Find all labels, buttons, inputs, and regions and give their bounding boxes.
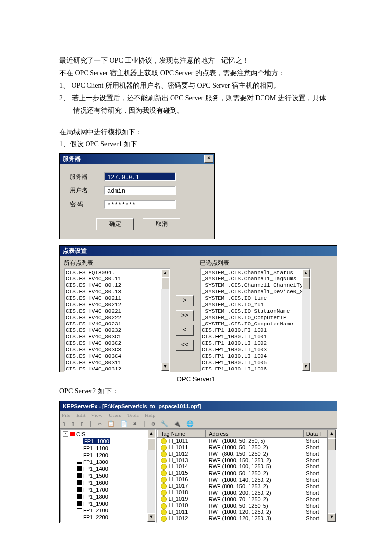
all-points-label: 所有点列表 [64, 259, 170, 268]
tree-device[interactable]: FP1_1600 [63, 479, 155, 486]
list-item[interactable]: CIS.ES.HV4C_80311 [66, 360, 169, 366]
table-row[interactable]: LI_1010RWF (1000, 50, 1250, 5)Short [158, 502, 336, 509]
list-item[interactable]: _SYSTEM_.CIS.Channel1_Device0_Status [202, 289, 310, 295]
list-item[interactable]: _SYSTEM_.CIS.Channel1_TagNums [202, 276, 310, 282]
scrollbar[interactable]: ▲▼ [161, 269, 169, 371]
list-item[interactable]: CIS.FP1_1030.LI_1002 [202, 340, 310, 347]
list-item[interactable]: CIS.ES.FQI8094. [66, 270, 169, 276]
device-icon [77, 439, 82, 444]
move-right-button[interactable]: > [176, 295, 194, 306]
selected-points-listbox[interactable]: _SYSTEM_.CIS.Channel1_Status_SYSTEM_.CIS… [200, 268, 311, 372]
menu-item[interactable]: Tools [127, 412, 139, 418]
list-item[interactable]: CIS.ES.HV4C_80312 [66, 366, 169, 372]
titlebar: KEPServerEx - [F:\KepServer\cis_to_pspac… [60, 401, 337, 411]
list-item[interactable]: _SYSTEM_.CIS.Channel1_ChannelType [202, 282, 310, 289]
table-row[interactable]: LI_1011RWF (1000, 120, 1250, 2)Short [158, 509, 336, 515]
paragraph: 在局域网中进行模拟如下： [59, 126, 333, 138]
table-row[interactable]: LI_1015RWF (1000, 50, 1250, 2)Short [158, 470, 336, 476]
tree-device[interactable]: FP1_1900 [63, 500, 155, 507]
list-item[interactable]: CIS.ES.HV4C_80212 [66, 302, 169, 308]
list-item[interactable]: CIS.FP1_1030.LI_1006 [202, 366, 310, 372]
device-icon [77, 522, 82, 523]
tree-device[interactable]: FP1_1700 [63, 486, 155, 493]
device-tree[interactable]: -CISFP1_1000FP1_1100FP1_1200FP1_1300FP1_… [60, 429, 156, 523]
move-left-button[interactable]: < [176, 325, 194, 336]
scrollbar[interactable]: ▲▼ [327, 430, 336, 522]
tree-device[interactable]: FP1_1000 [63, 438, 155, 445]
tag-table[interactable]: Tag Name Address Data T FI_1011RWF (1000… [156, 429, 337, 523]
tag-icon [161, 516, 167, 522]
list-item[interactable]: CIS.ES.HV4C_80.12 [66, 282, 169, 289]
cancel-button[interactable]: 取消 [143, 218, 180, 230]
table-row[interactable]: LI_1012RWF (1000, 120, 1250, 3)Short [158, 515, 336, 522]
list-item[interactable]: CIS.ES.HV4C_803C2 [66, 340, 169, 347]
paragraph: 不在 OPC Server 宿主机器上获取 OPC Server 的点表，需要注… [59, 67, 333, 79]
list-item[interactable]: CIS.FP1_1030.LI_1001 [202, 334, 310, 340]
col-tagname[interactable]: Tag Name [158, 430, 206, 437]
ok-button[interactable]: 确定 [96, 218, 134, 230]
list-item[interactable]: CIS.ES.HV4C_803C4 [66, 353, 169, 360]
menu-item[interactable]: File [62, 412, 70, 418]
list-item[interactable]: _SYSTEM_.CIS.IO_time [202, 295, 310, 302]
table-row[interactable]: LI_1012RWF (800, 150, 1250, 2)Short [158, 451, 336, 457]
close-icon[interactable]: × [204, 155, 213, 163]
tree-device[interactable]: FP1_1100 [63, 445, 155, 452]
list-item[interactable]: CIS.ES.HV4C_80211 [66, 295, 169, 302]
tree-channel[interactable]: -CIS [63, 431, 155, 438]
list-item[interactable]: CIS.ES.HV4C_80.11 [66, 276, 169, 282]
list-item[interactable]: CIS.ES.HV4C_803C1 [66, 334, 169, 340]
tree-device[interactable]: FP1_1800 [63, 493, 155, 500]
table-row[interactable]: LI_1014RWF (1000, 100, 1250, 5)Short [158, 463, 336, 470]
list-item[interactable]: _SYSTEM_.CIS.Channel1_Status [202, 270, 310, 276]
server-input[interactable]: 127.0.0.1 [104, 172, 176, 181]
table-row[interactable]: LI_1013RWF (1000, 150, 1250, 2)Short [158, 457, 336, 463]
list-item[interactable]: CIS.FP1_1030.FI_1001 [202, 327, 310, 334]
table-row[interactable]: LI_1016RWF (1000, 140, 1250, 2)Short [158, 476, 336, 483]
username-input[interactable]: admin [104, 186, 176, 195]
server-label: 服务器 [70, 173, 104, 181]
list-item[interactable]: CIS.ES.HV4C_80222 [66, 315, 169, 321]
list-item[interactable]: CIS.ES.HV4C_80.13 [66, 289, 169, 295]
list-item[interactable]: _SYSTEM_.CIS.IO_ComputerName [202, 321, 310, 327]
move-all-right-button[interactable]: >> [176, 310, 194, 321]
tree-device[interactable]: FP1_1200 [63, 452, 155, 459]
list-item[interactable]: CIS.ES.HV4C_80232 [66, 327, 169, 334]
list-item[interactable]: _SYSTEM_.CIS.IO_run [202, 302, 310, 308]
scrollbar[interactable]: ▲▼ [302, 269, 310, 371]
pointlist-dialog: 点表设置 所有点列表 CIS.ES.FQI8094.CIS.ES.HV4C_80… [59, 245, 337, 372]
all-points-listbox[interactable]: CIS.ES.FQI8094.CIS.ES.HV4C_80.11CIS.ES.H… [64, 268, 170, 372]
list-item[interactable]: _SYSTEM_.CIS.IO_StationName [202, 308, 310, 315]
menu-item[interactable]: Edit [76, 412, 85, 418]
table-row[interactable]: LI_1018RWF (1000, 200, 1250, 2)Short [158, 489, 336, 496]
list-item[interactable]: CIS.ES.HV4C_80221 [66, 308, 169, 315]
list-item[interactable]: _SYSTEM_.CIS.IO_ComputerIP [202, 315, 310, 321]
table-row[interactable]: LI_1017RWF (800, 150, 1253, 2)Short [158, 483, 336, 489]
menubar[interactable]: FileEditViewUsersToolsHelp [60, 411, 337, 419]
list-item[interactable]: CIS.FP1_1030.LI_1005 [202, 360, 310, 366]
tag-icon [161, 483, 167, 489]
table-row[interactable]: FI_1011RWF (1000, 50, 250, 5)Short [158, 437, 336, 444]
menu-item[interactable]: Users [109, 412, 121, 418]
tree-device[interactable]: FP1_2300 [63, 521, 155, 523]
tree-device[interactable]: FP1_1500 [63, 472, 155, 479]
menu-item[interactable]: Help [145, 412, 155, 418]
password-label: 密 码 [70, 200, 104, 209]
list-item[interactable]: CIS.ES.HV4C_803C3 [66, 347, 169, 353]
list-item[interactable]: CIS.FP1_1030.LI_1003 [202, 347, 310, 353]
list-item[interactable]: CIS.FP1_1030.LI_1004 [202, 353, 310, 360]
col-address[interactable]: Address [206, 430, 304, 437]
list-item: 2、 若上一步设置后，还不能刷新出 OPC Server 服务，则需要对 DCO… [59, 92, 333, 117]
scrollbar[interactable]: ▲▼ [147, 430, 155, 522]
list-item[interactable]: CIS.ES.HV4C_80231 [66, 321, 169, 327]
password-input[interactable]: ******** [104, 200, 176, 209]
menu-item[interactable]: View [91, 412, 102, 418]
tree-device[interactable]: FP1_1300 [63, 459, 155, 465]
toolbar[interactable]: ▯ ▯ ▯ | ✂ 📋 📄 ✖ | ⚙ 🔧 🔌 🌐 [60, 419, 337, 429]
table-row[interactable]: LI_1011RWF (1000, 50, 1250, 2)Short [158, 444, 336, 451]
tree-device[interactable]: FP1_1400 [63, 465, 155, 472]
tree-device[interactable]: FP1_2200 [63, 514, 155, 521]
table-row[interactable]: LI_1019RWF (1000, 70, 1250, 2)Short [158, 496, 336, 502]
server-dialog: 服务器 × 服务器 127.0.0.1 用户名 admin 密 码 ******… [59, 153, 215, 239]
move-all-left-button[interactable]: << [176, 340, 194, 351]
tree-device[interactable]: FP1_2100 [63, 507, 155, 514]
